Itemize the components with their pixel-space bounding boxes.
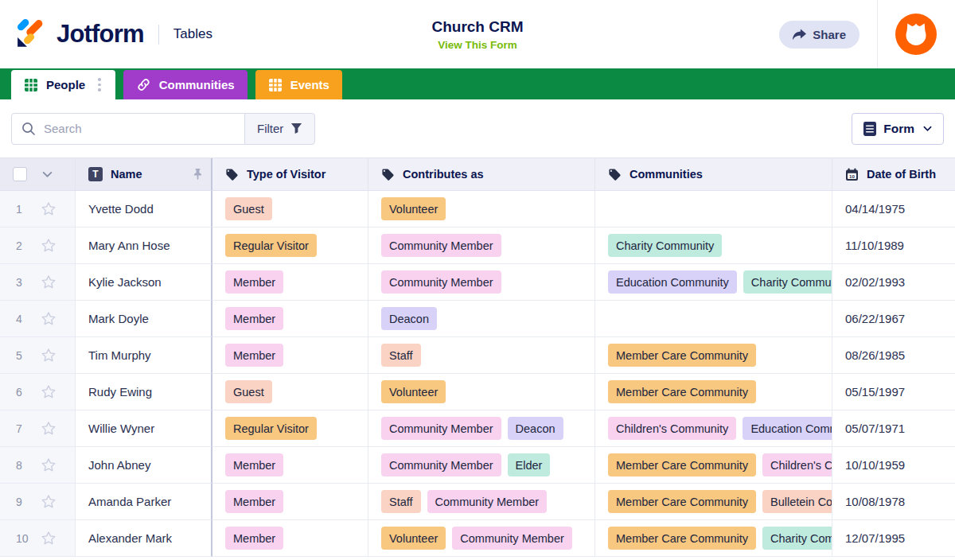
cell-communities[interactable]: Children's CommunityEducation Community — [595, 410, 832, 447]
cell-contributes-as[interactable]: VolunteerCommunity Member — [368, 520, 595, 557]
cell-name[interactable]: John Abney — [76, 447, 212, 484]
cell-communities[interactable]: Member Care Community — [595, 374, 832, 410]
star-icon[interactable] — [40, 347, 57, 364]
cell-date-of-birth[interactable]: 02/02/1993 — [832, 264, 955, 301]
cell-contributes-as[interactable]: Community MemberDeacon — [368, 410, 595, 447]
tag: Volunteer — [381, 527, 446, 550]
tag: Community Member — [381, 453, 501, 476]
row-number: 1 — [16, 203, 32, 216]
cell-date-of-birth[interactable]: 05/15/1997 — [832, 374, 955, 410]
cell-communities[interactable] — [595, 191, 832, 228]
share-button[interactable]: Share — [779, 21, 860, 49]
cell-date-of-birth[interactable]: 04/14/1975 — [832, 191, 955, 228]
cell-communities[interactable]: Education CommunityCharity Community — [595, 264, 832, 301]
row-select-cell: 10 — [0, 520, 76, 557]
cell-type-of-visitor[interactable]: Member — [212, 337, 368, 374]
column-header-communities[interactable]: Communities — [595, 158, 832, 191]
cell-type-of-visitor[interactable]: Regular Visitor — [212, 410, 368, 447]
column-header-name[interactable]: T Name — [76, 158, 212, 191]
cell-communities[interactable]: Charity Community — [595, 228, 832, 264]
tab-label: Events — [290, 78, 329, 91]
cell-communities[interactable]: Member Care Community — [595, 337, 832, 374]
star-icon[interactable] — [40, 457, 57, 474]
jotform-logo-icon[interactable] — [13, 18, 46, 51]
cell-type-of-visitor[interactable]: Member — [212, 484, 368, 520]
dob-value: 08/26/1985 — [845, 348, 905, 362]
row-number: 9 — [16, 496, 32, 508]
column-header-type-of-visitor[interactable]: Type of Visitor — [212, 158, 368, 191]
form-view-button[interactable]: Form — [852, 113, 944, 145]
column-header-contributes-as[interactable]: Contributes as — [368, 158, 595, 191]
star-icon[interactable] — [40, 237, 57, 255]
cell-type-of-visitor[interactable]: Member — [212, 264, 368, 301]
cell-date-of-birth[interactable]: 06/22/1967 — [832, 301, 955, 337]
cell-name[interactable]: Willie Wyner — [76, 410, 212, 447]
tab-menu-icon[interactable] — [96, 76, 103, 95]
dob-value: 12/07/1995 — [845, 531, 905, 545]
table-row: 4 Mark Doyle Member Deacon 06/22/1967 — [0, 301, 955, 337]
star-icon[interactable] — [40, 420, 57, 438]
cell-name[interactable]: Kylie Jackson — [76, 264, 212, 301]
cell-contributes-as[interactable]: Deacon — [368, 301, 595, 337]
chevron-down-icon — [923, 126, 932, 132]
star-icon[interactable] — [40, 530, 57, 547]
cell-name[interactable]: Tim Murphy — [76, 337, 212, 374]
cell-contributes-as[interactable]: Community MemberElder — [368, 447, 595, 484]
filter-button[interactable]: Filter — [244, 113, 315, 145]
cell-contributes-as[interactable]: Volunteer — [368, 191, 595, 228]
search-input[interactable] — [44, 122, 235, 135]
chevron-down-icon[interactable] — [42, 171, 53, 178]
tag: Staff — [381, 490, 421, 513]
cell-name[interactable]: Rudy Ewing — [76, 374, 212, 410]
search-box[interactable] — [11, 113, 245, 145]
tab-communities[interactable]: Communities — [123, 70, 248, 99]
column-header-date-of-birth[interactable]: 10 Date of Birth — [832, 158, 955, 191]
top-header: Jotform Tables Church CRM View This Form… — [0, 0, 955, 68]
tag: Charity Community — [608, 234, 722, 257]
cell-communities[interactable]: Member Care CommunityChildren's Communit… — [595, 447, 832, 484]
cell-type-of-visitor[interactable]: Member — [212, 447, 368, 484]
cell-communities[interactable]: Member Care CommunityBulletein Community — [595, 484, 832, 520]
cell-type-of-visitor[interactable]: Member — [212, 301, 368, 337]
cell-date-of-birth[interactable]: 12/07/1995 — [832, 520, 955, 557]
select-all-checkbox[interactable] — [13, 167, 27, 181]
cell-name[interactable]: Alexander Mark — [76, 520, 212, 557]
cell-type-of-visitor[interactable]: Regular Visitor — [212, 228, 368, 264]
row-number: 7 — [16, 422, 32, 435]
cell-name[interactable]: Mary Ann Hose — [76, 228, 212, 264]
cell-communities[interactable] — [595, 301, 832, 337]
cell-date-of-birth[interactable]: 10/08/1978 — [832, 484, 955, 520]
cell-name[interactable]: Mark Doyle — [76, 301, 212, 337]
cell-type-of-visitor[interactable]: Guest — [212, 374, 368, 410]
star-icon[interactable] — [40, 383, 57, 401]
tab-events[interactable]: Events — [255, 70, 342, 99]
view-this-form-link[interactable]: View This Form — [431, 39, 523, 51]
star-icon[interactable] — [40, 493, 57, 511]
cell-contributes-as[interactable]: Community Member — [368, 264, 595, 301]
cell-type-of-visitor[interactable]: Guest — [212, 191, 368, 228]
cell-type-of-visitor[interactable]: Member — [212, 520, 368, 557]
cell-date-of-birth[interactable]: 05/07/1971 — [832, 410, 955, 447]
form-icon — [863, 122, 876, 136]
column-label: Name — [111, 168, 142, 181]
cell-name[interactable]: Amanda Parker — [76, 484, 212, 520]
star-icon[interactable] — [40, 310, 57, 328]
person-name: Mark Doyle — [88, 312, 149, 325]
cell-communities[interactable]: Member Care CommunityCharity Community — [595, 520, 832, 557]
cell-name[interactable]: Yvette Dodd — [76, 191, 212, 228]
cell-contributes-as[interactable]: StaffCommunity Member — [368, 484, 595, 520]
row-select-cell: 9 — [0, 484, 76, 520]
cell-contributes-as[interactable]: Community Member — [368, 228, 595, 264]
cell-contributes-as[interactable]: Volunteer — [368, 374, 595, 410]
cell-contributes-as[interactable]: Staff — [368, 337, 595, 374]
tab-people[interactable]: People — [11, 70, 115, 99]
avatar[interactable] — [895, 14, 937, 55]
cell-date-of-birth[interactable]: 11/10/1989 — [832, 228, 955, 264]
tag: Volunteer — [381, 380, 446, 403]
star-icon[interactable] — [40, 200, 57, 218]
table-row: 3 Kylie Jackson Member Community Member … — [0, 264, 955, 301]
cell-date-of-birth[interactable]: 08/26/1985 — [832, 337, 955, 374]
pin-icon[interactable] — [193, 168, 203, 181]
cell-date-of-birth[interactable]: 10/10/1959 — [832, 447, 955, 484]
star-icon[interactable] — [40, 274, 57, 291]
